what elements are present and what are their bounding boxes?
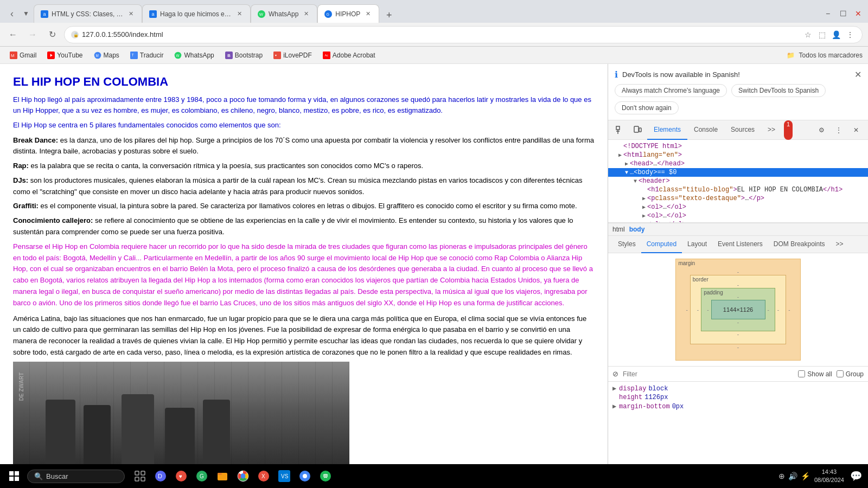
taskbar-chrome2-icon[interactable] [295,466,315,486]
svg-text:G: G [327,12,329,16]
bookmark-gmail[interactable]: M Gmail [5,49,41,62]
minimize-button[interactable]: − [822,8,833,19]
back-navigation-icon[interactable]: ‹ [7,8,17,19]
bookmark-acrobat[interactable]: Ac Adobe Acrobat [318,49,380,62]
devtools-tab-elements[interactable]: Elements [647,120,687,140]
new-tab-button[interactable]: + [381,8,397,23]
address-bar[interactable]: 🔒 127.0.0.1:5500/index.html ☆ ⬚ 👤 ⋮ [64,26,863,43]
styles-tab-more[interactable]: >> [831,236,849,253]
taskbar-app2-icon[interactable]: ♥ [171,466,191,486]
switch-devtools-language-button[interactable]: Switch DevTools to Spanish [731,84,826,97]
maximize-button[interactable]: ☐ [838,8,848,19]
start-button[interactable] [4,466,24,486]
webpage-content[interactable]: EL HIP HOP EN COLOMBIA El Hip hop llegó … [0,64,608,464]
taskbar-task-view-icon[interactable] [130,466,150,486]
bm-margin: margin - - border - - padding [675,259,800,361]
forward-button[interactable]: → [25,27,40,42]
bookmarks-all-button[interactable]: 📁 Todos los marcadores [787,52,863,59]
bookmark-whatsapp[interactable]: W WhatsApp [170,49,218,62]
taskbar-vscode-icon[interactable]: VS [275,466,294,486]
taskbar-search-bar[interactable]: 🔍 Buscar [27,470,125,483]
bookmark-bootstrap[interactable]: B Bootstrap [221,49,267,62]
taskbar-discord-icon[interactable]: D [151,466,170,486]
svg-rect-27 [9,471,14,476]
dont-show-again-button[interactable]: Don't show again [615,101,679,114]
error-badge: 1 [784,120,793,140]
taskbar-chrome-icon[interactable] [233,466,253,486]
show-all-label: Show all [807,370,832,378]
devtools-close-button[interactable]: ✕ [848,123,864,138]
dom-line-html[interactable]: ▶ <html lang="en"> [608,151,868,159]
styles-tab-styles[interactable]: Styles [612,236,641,253]
battery-icon[interactable]: ⚡ [801,472,810,480]
system-clock[interactable]: 14:43 08/08/2024 [814,468,844,485]
url-text: 127.0.0.1:5500/index.html [82,30,798,38]
bookmark-maps[interactable]: M Maps [90,49,124,62]
bm-margin-top: - [686,269,790,275]
menu-icon[interactable]: ⋮ [845,29,856,40]
reload-button[interactable]: ↻ [44,27,60,42]
banner-close-button[interactable]: ✕ [854,69,861,80]
close-button[interactable]: ✕ [853,8,864,19]
styles-tab-dom-breakpoints[interactable]: DOM Breakpoints [768,236,831,253]
devtools-options-icon[interactable]: ⋮ [831,123,846,138]
element-picker-icon[interactable] [612,123,628,138]
browser-tab-4[interactable]: G HIPHOP ✕ [317,4,379,23]
dom-line-head[interactable]: ▶ <head> … </head> [608,159,868,168]
tab-close-2[interactable]: ✕ [235,10,244,18]
taskbar-folder-icon[interactable] [213,466,232,486]
dom-line-body[interactable]: ▼ … <body> == $0 [608,168,868,177]
bookmark-ilovepdf[interactable]: ♥ iLovePDF [269,49,316,62]
back-button[interactable]: ← [5,27,21,42]
bm-border-right: - [777,307,779,313]
filter-input[interactable] [623,370,794,378]
taskbar: 🔍 Buscar D ♥ G X [0,464,868,488]
svg-rect-18 [273,52,281,59]
tab-close-3[interactable]: ✕ [302,10,310,18]
device-toggle-icon[interactable] [630,123,645,138]
show-all-checkbox[interactable] [798,370,805,377]
tab-close-1[interactable]: ✕ [126,10,135,18]
group-checkbox[interactable] [837,370,844,377]
tab-list-dropdown-icon[interactable]: ▼ [21,8,31,19]
bootstrap-icon: B [225,52,233,59]
devtools-settings-icon[interactable]: ⚙ [814,123,829,138]
breadcrumb-html[interactable]: html [612,226,625,233]
devtools-tab-console[interactable]: Console [687,120,724,140]
bookmark-star-icon[interactable]: ☆ [802,29,813,40]
devtools-banner: ℹ DevTools is now available in Spanish! … [608,64,868,120]
bm-content-size: 1144×1126 [711,300,765,319]
dom-line-h1[interactable]: <h1 class="titulo-blog">EL HIP HOP EN CO… [608,185,868,194]
notification-button[interactable]: 💬 [848,468,864,484]
volume-icon[interactable]: 🔊 [788,472,797,480]
tab-close-4[interactable]: ✕ [363,10,372,18]
bookmark-ilovepdf-label: iLovePDF [283,52,312,59]
dom-line-p-destaque[interactable]: ▶ <p class="texto-destaque"> … </p> [608,194,868,203]
bookmark-traducir[interactable]: T Traducir [126,49,168,62]
browser-tab-2[interactable]: a Haga lo que hicimos en aula | H... ✕ [142,4,251,23]
pillar-rap: Rap: es la palabra que se recita o canta… [13,160,595,172]
always-match-language-button[interactable]: Always match Chrome's language [615,84,727,97]
taskbar-app4-icon[interactable]: X [254,466,273,486]
dom-line-ol-2[interactable]: ▶ <ol> … </ol> [608,211,868,220]
styles-tab-computed[interactable]: Computed [641,236,682,253]
browser-tab-3[interactable]: W WhatsApp ✕ [251,4,317,23]
styles-tab-layout[interactable]: Layout [682,236,712,253]
bookmark-youtube[interactable]: YouTube [43,49,87,62]
dom-line-doctype[interactable]: <!DOCTYPE html> [608,142,868,151]
breadcrumb-body[interactable]: body [629,226,645,233]
devtools-tab-sources[interactable]: Sources [724,120,761,140]
profile-icon[interactable]: 👤 [831,29,841,40]
network-icon[interactable]: ⊕ [778,472,785,480]
devtools-tab-more[interactable]: >> [761,120,782,140]
dom-line-ol-1[interactable]: ▶ <ol> … </ol> [608,203,868,211]
styles-tab-event-listeners[interactable]: Event Listeners [712,236,768,253]
taskbar-app3-icon[interactable]: G [192,466,212,486]
dom-line-header[interactable]: ▼ <header> [608,177,868,185]
extension-icon[interactable]: ⬚ [816,29,827,40]
bm-margin-label: margin [678,260,695,266]
browser-tab-1[interactable]: a HTML y CSS: Clases, Posicion... ✕ [34,4,142,23]
svg-rect-42 [218,473,222,475]
taskbar-spotify-icon[interactable] [316,466,335,486]
dom-tree[interactable]: <!DOCTYPE html> ▶ <html lang="en"> ▶ <he… [608,140,868,223]
